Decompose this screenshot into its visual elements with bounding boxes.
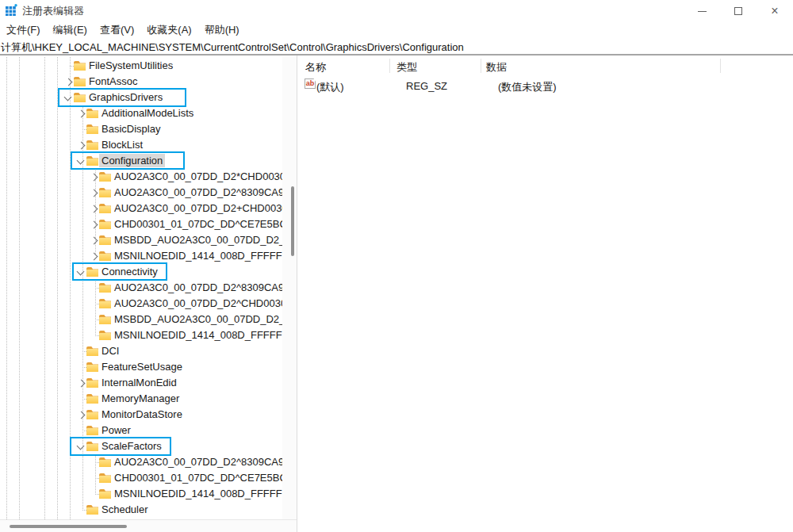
annotation-box — [58, 88, 186, 107]
tree-item[interactable]: MonitorDataStore — [0, 407, 282, 423]
tree-item[interactable]: MSBDD_AUO2A3C0_00_07DD_D2_80 — [0, 312, 282, 327]
tree-item-label: AUO2A3C0_00_07DD_D2^CHD00301 — [112, 297, 282, 310]
tree-item[interactable]: FileSystemUtilities — [0, 58, 282, 74]
tree-item[interactable]: AUO2A3C0_00_07DD_D2^8309CA97 — [0, 280, 282, 296]
tree-item-label: BasicDisplay — [99, 122, 163, 136]
value-type: REG_SZ — [406, 80, 447, 92]
chevron-right-icon[interactable] — [78, 380, 86, 388]
tree-item[interactable]: CHD00301_01_07DC_DD^CE7E5BC3 — [0, 470, 282, 486]
tree-item[interactable]: MSNILNOEDID_1414_008D_FFFFFFFF — [0, 486, 282, 502]
menu-item[interactable]: 收藏夹(A) — [140, 21, 197, 40]
column-separator[interactable] — [720, 59, 721, 73]
folder-icon — [99, 204, 112, 214]
tree-item[interactable]: Power — [0, 423, 282, 438]
tree-item[interactable]: CHD00301_01_07DC_DD^CE7E5BC3 — [0, 216, 282, 232]
chevron-right-icon[interactable] — [90, 237, 98, 245]
folder-icon — [99, 331, 112, 341]
tree-item[interactable]: MemoryManager — [0, 391, 282, 407]
tree-item[interactable]: AUO2A3C0_00_07DD_D2^CHD00301 — [0, 296, 282, 312]
tree-item-label: FontAssoc — [86, 75, 140, 88]
folder-icon — [86, 410, 99, 420]
tree-item-label: DCI — [99, 344, 121, 358]
tree-vertical-scrollbar[interactable] — [282, 57, 297, 519]
chevron-right-icon[interactable] — [90, 221, 98, 229]
menu-item[interactable]: 查看(V) — [94, 21, 140, 40]
column-header[interactable]: 类型 — [396, 60, 417, 75]
tree-item-label: MSBDD_AUO2A3C0_00_07DD_D2_80 — [112, 233, 282, 247]
chevron-right-icon[interactable] — [90, 205, 98, 213]
annotation-box — [70, 437, 171, 456]
folder-icon — [99, 188, 112, 198]
tree-item[interactable]: AUO2A3C0_00_07DD_D2+CHD00301 — [0, 201, 282, 216]
values-pane: 名称类型数据 ab(默认)REG_SZ(数值未设置) — [299, 57, 793, 532]
folder-icon — [86, 109, 99, 119]
tree-item[interactable]: MSNILNOEDID_1414_008D_FFFFFFFF — [0, 248, 282, 264]
tree-item[interactable]: InternalMonEdid — [0, 375, 282, 391]
tree-horizontal-scrollbar[interactable] — [0, 519, 297, 532]
maximize-button[interactable] — [720, 0, 757, 22]
tree-item[interactable]: AUO2A3C0_00_07DD_D2^8309CA97 — [0, 185, 282, 201]
folder-icon — [99, 315, 112, 325]
chevron-right-icon[interactable] — [78, 110, 86, 118]
chevron-right-icon[interactable] — [78, 411, 86, 419]
tree-item-label: MSNILNOEDID_1414_008D_FFFFFFFF — [112, 249, 282, 262]
folder-icon — [99, 235, 112, 246]
folder-icon — [99, 489, 112, 499]
minimize-button[interactable] — [684, 0, 720, 22]
title-bar[interactable]: 注册表编辑器 × — [0, 0, 793, 21]
chevron-right-icon[interactable] — [65, 78, 73, 86]
chevron-right-icon[interactable] — [78, 142, 86, 150]
tree-item-label: MemoryManager — [99, 392, 182, 405]
tree-item[interactable]: BasicDisplay — [0, 121, 282, 137]
folder-icon — [74, 61, 86, 71]
tree-item-label: FileSystemUtilities — [86, 59, 175, 72]
tree-item[interactable]: AdditionalModeLists — [0, 105, 282, 121]
vertical-scrollbar-thumb[interactable] — [291, 186, 294, 256]
tree-item-label: CHD00301_01_07DC_DD^CE7E5BC3 — [112, 471, 282, 484]
tree-item[interactable]: FeatureSetUsage — [0, 359, 282, 375]
menu-item[interactable]: 编辑(E) — [47, 21, 94, 40]
menu-item[interactable]: 帮助(H) — [198, 21, 246, 40]
tree-item-label: BlockList — [99, 138, 145, 151]
tree-item-label: AUO2A3C0_00_07DD_D2^8309CA97 — [112, 455, 282, 469]
close-icon: × — [771, 5, 778, 17]
annotation-box — [71, 151, 185, 170]
tree-item[interactable]: MSNILNOEDID_1414_008D_FFFFFFFF — [0, 327, 282, 343]
close-button[interactable]: × — [757, 0, 793, 22]
column-separator[interactable] — [389, 59, 390, 73]
tree-item[interactable]: DCI — [0, 343, 282, 359]
tree-item[interactable]: MSBDD_AUO2A3C0_00_07DD_D2_80 — [0, 232, 282, 248]
address-bar[interactable]: 计算机\HKEY_LOCAL_MACHINE\SYSTEM\CurrentCon… — [0, 38, 793, 55]
address-path[interactable]: 计算机\HKEY_LOCAL_MACHINE\SYSTEM\CurrentCon… — [1, 40, 464, 55]
folder-icon — [99, 299, 112, 309]
folder-icon — [99, 473, 112, 484]
tree-item-label: AUO2A3C0_00_07DD_D2^8309CA97 — [112, 281, 282, 294]
column-separator[interactable] — [481, 59, 481, 73]
chevron-right-icon[interactable] — [90, 253, 98, 261]
content-area: FileSystemUtilitiesFontAssocGraphicsDriv… — [0, 55, 793, 532]
tree-item[interactable]: FontAssoc — [0, 74, 282, 90]
horizontal-scrollbar-thumb[interactable] — [10, 525, 127, 528]
tree-item[interactable]: AUO2A3C0_00_07DD_D2*CHD00301 — [0, 169, 282, 185]
folder-icon — [86, 362, 99, 373]
folder-icon — [86, 394, 99, 404]
tree-item[interactable]: BlockList — [0, 137, 282, 153]
tree-item[interactable]: Scheduler — [0, 502, 282, 518]
tree-item-label: MSBDD_AUO2A3C0_00_07DD_D2_80 — [112, 312, 282, 326]
registry-app-icon — [6, 4, 17, 16]
regedit-window: 注册表编辑器 × 文件(F)编辑(E)查看(V)收藏夹(A)帮助(H) 计算机\… — [0, 0, 793, 532]
chevron-right-icon[interactable] — [90, 189, 98, 197]
chevron-right-icon[interactable] — [90, 174, 98, 182]
pane-splitter[interactable] — [297, 55, 297, 532]
menu-item[interactable]: 文件(F) — [0, 21, 47, 40]
folder-icon — [99, 457, 112, 468]
tree-item-label: FeatureSetUsage — [99, 360, 185, 373]
folder-icon — [86, 378, 99, 388]
tree-item[interactable]: AUO2A3C0_00_07DD_D2^8309CA97 — [0, 454, 282, 470]
reg-sz-ab-icon: ab — [305, 78, 316, 89]
column-header[interactable]: 数据 — [486, 60, 507, 75]
column-header[interactable]: 名称 — [305, 60, 326, 75]
tree-item-label: MonitorDataStore — [99, 408, 185, 421]
value-data: (数值未设置) — [498, 80, 557, 94]
folder-icon — [74, 77, 86, 87]
